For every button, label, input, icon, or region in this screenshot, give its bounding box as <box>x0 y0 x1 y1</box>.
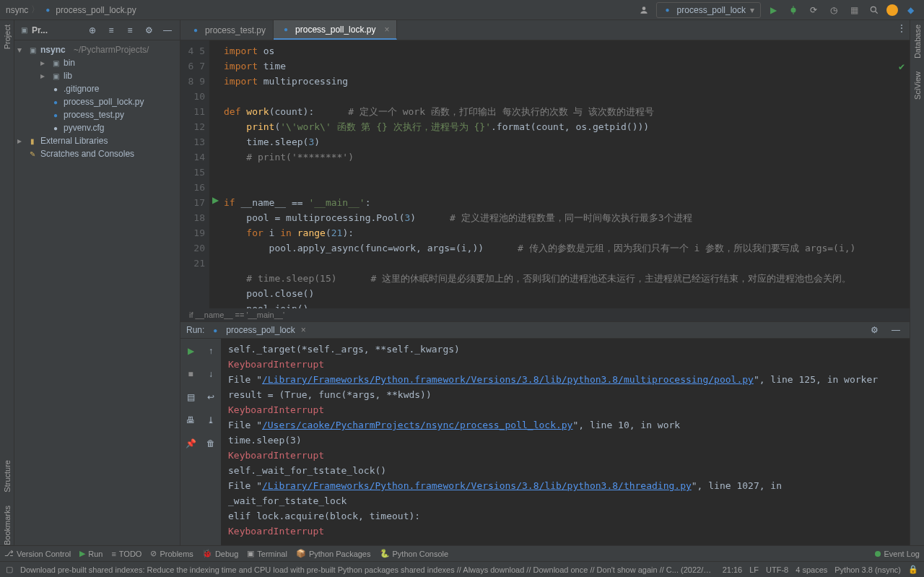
stop-icon[interactable]: ■ <box>183 366 199 382</box>
run-tool-config[interactable]: process_poll_lock <box>226 325 295 335</box>
database-tool-tab[interactable]: Database <box>913 25 922 58</box>
inspection-ok-icon[interactable]: ✔ <box>898 62 905 72</box>
scratches[interactable]: ✎ Scratches and Consoles <box>14 147 180 160</box>
tree-item[interactable]: ●process_poll_lock.py <box>14 95 180 108</box>
debug-tab[interactable]: 🐞 Debug <box>202 549 238 558</box>
external-libraries[interactable]: ▸ ▮ External Libraries <box>14 134 180 147</box>
down-icon[interactable]: ↓ <box>203 366 219 382</box>
stop-grid-icon[interactable]: ▦ <box>846 2 862 18</box>
chevron-down-icon: ▾ <box>750 5 754 15</box>
pypackages-tab[interactable]: 📦 Python Packages <box>296 549 371 558</box>
console-line: File "/Library/Frameworks/Python.framewo… <box>228 372 902 387</box>
status-hide-icon[interactable]: ▢ <box>6 565 13 574</box>
tree-item[interactable]: ●.gitignore <box>14 82 180 95</box>
gear-icon[interactable]: ⚙ <box>141 22 157 38</box>
python-file-icon: ● <box>43 5 53 15</box>
code-content[interactable]: import os import time import multiproces… <box>209 40 910 308</box>
hide-icon[interactable]: — <box>888 322 904 338</box>
python-file-icon: ● <box>281 25 291 35</box>
bookmarks-tool-tab[interactable]: Bookmarks <box>3 506 12 545</box>
run-tool-title: Run: <box>186 325 204 335</box>
root-name: nsync <box>40 45 66 55</box>
external-libraries-label: External Libraries <box>40 136 108 146</box>
line-numbers: 4 5 6 7 8 9 10 11 12 13 14 15 16 17 18 1… <box>180 40 209 308</box>
pyconsole-tab[interactable]: 🐍 Python Console <box>380 549 449 558</box>
lock-icon[interactable]: 🔒 <box>908 565 918 574</box>
run-side-toolbar: ▶ ■ ▤ 🖶 📌 <box>180 339 201 572</box>
indent[interactable]: 4 spaces <box>796 565 827 574</box>
terminal-tab[interactable]: ▣ Terminal <box>247 549 287 558</box>
updates-icon[interactable]: ◆ <box>902 2 918 18</box>
trash-icon[interactable]: 🗑 <box>203 435 219 451</box>
chevron-down-icon: ▾ <box>17 45 25 55</box>
layout-icon[interactable]: ▤ <box>183 389 199 405</box>
project-tool-tab[interactable]: Project <box>3 25 12 49</box>
breadcrumb-file[interactable]: process_poll_lock.py <box>56 5 136 15</box>
tree-root[interactable]: ▾ ▣ nsync ~/PycharmProjects/ <box>14 43 180 56</box>
console-line: result = (True, func(*args, **kwds)) <box>228 387 902 402</box>
collapse-icon[interactable]: ≡ <box>122 22 138 38</box>
line-separator[interactable]: LF <box>749 565 759 574</box>
code-editor[interactable]: 4 5 6 7 8 9 10 11 12 13 14 15 16 17 18 1… <box>180 40 910 308</box>
wrap-icon[interactable]: ↩ <box>203 389 219 405</box>
hide-icon[interactable]: — <box>160 22 175 38</box>
rerun-icon[interactable]: ▶ <box>183 343 199 359</box>
breadcrumb-project[interactable]: nsync <box>6 5 28 15</box>
pin-icon[interactable]: 📌 <box>183 435 199 451</box>
tab-menu-icon[interactable]: ⋮ <box>894 20 910 36</box>
coverage-icon[interactable]: ⟳ <box>806 2 821 18</box>
python-file-icon: ● <box>210 325 220 335</box>
sciview-tool-tab[interactable]: SciView <box>913 71 922 100</box>
close-icon[interactable]: × <box>384 25 389 35</box>
cursor-pos[interactable]: 21:16 <box>723 565 743 574</box>
console-output[interactable]: self._target(*self._args, **self._kwargs… <box>221 339 910 572</box>
close-tab-icon[interactable]: × <box>301 325 306 335</box>
print-icon[interactable]: 🖶 <box>183 412 199 428</box>
breadcrumb-sep: 〉 <box>31 4 40 16</box>
editor-tab[interactable]: ●process_poll_lock.py× <box>274 20 397 40</box>
locate-icon[interactable]: ⊕ <box>84 22 100 38</box>
code-breadcrumb[interactable]: if __name__ == '__main__' <box>180 308 910 321</box>
file-icon: ● <box>51 84 61 94</box>
project-tree[interactable]: ▾ ▣ nsync ~/PycharmProjects/ ▸▣bin▸▣lib●… <box>14 40 180 545</box>
console-line: time.sleep(3) <box>228 433 902 448</box>
file-icon: ● <box>51 123 61 133</box>
up-icon[interactable]: ↑ <box>203 343 219 359</box>
search-icon[interactable] <box>866 2 882 18</box>
tree-item[interactable]: ●process_test.py <box>14 108 180 121</box>
chevron-right-icon: ▸ <box>17 136 25 146</box>
todo-tab[interactable]: ≡ TODO <box>111 550 141 558</box>
problems-tab[interactable]: ⊘ Problems <box>150 549 193 558</box>
console-line: KeyboardInterrupt <box>228 448 902 463</box>
structure-tool-tab[interactable]: Structure <box>3 460 12 493</box>
status-message[interactable]: Download pre-built shared indexes: Reduc… <box>20 565 715 574</box>
run-button[interactable]: ▶ <box>765 2 781 18</box>
python-file-icon: ● <box>51 110 61 120</box>
python-file-icon: ● <box>663 5 673 15</box>
console-line: elif lock.acquire(block, timeout): <box>228 508 902 524</box>
avatar[interactable] <box>886 4 898 16</box>
run-tab[interactable]: ▶ Run <box>79 549 103 558</box>
editor-tab[interactable]: ●process_test.py <box>183 20 274 40</box>
expand-icon[interactable]: ≡ <box>103 22 119 38</box>
profile-icon[interactable]: ◷ <box>826 2 842 18</box>
debug-button[interactable] <box>785 2 801 18</box>
event-log-tab[interactable]: Event Log <box>875 550 920 558</box>
vcs-tab[interactable]: ⎇ Version Control <box>4 549 71 558</box>
gear-icon[interactable]: ⚙ <box>866 322 882 338</box>
encoding[interactable]: UTF-8 <box>766 565 788 574</box>
run-tool-window: Run: ● process_poll_lock × ⚙ — ▶ ■ ▤ 🖶 📌… <box>180 321 910 545</box>
run-config-selector[interactable]: ● process_poll_lock ▾ <box>656 2 761 18</box>
user-icon[interactable] <box>636 2 652 18</box>
tree-item[interactable]: ▸▣bin <box>14 56 180 69</box>
tree-item-label: .gitignore <box>64 84 99 94</box>
tree-item[interactable]: ▸▣lib <box>14 69 180 82</box>
scroll-icon[interactable]: ⤓ <box>203 412 219 428</box>
chevron-right-icon: ▸ <box>40 71 48 81</box>
console-line: self._target(*self._args, **self._kwargs… <box>228 342 902 357</box>
tree-item[interactable]: ●pyvenv.cfg <box>14 121 180 134</box>
library-icon: ▮ <box>27 136 38 146</box>
interpreter[interactable]: Python 3.8 (nsync) <box>834 565 901 574</box>
run-gutter-icon[interactable]: ▶ <box>212 195 219 205</box>
svg-point-4 <box>871 6 876 12</box>
